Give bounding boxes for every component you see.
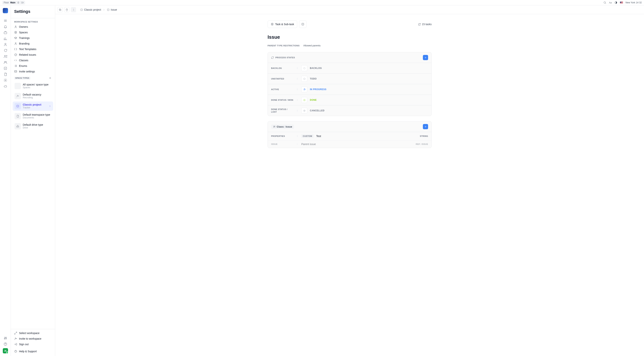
graduation-icon — [14, 36, 17, 39]
svg-point-12 — [5, 338, 6, 338]
drag-handle-icon[interactable] — [296, 135, 299, 137]
add-state-button[interactable] — [423, 55, 428, 60]
spacetype-classic-project[interactable]: Classic project Tracker — [13, 101, 53, 111]
svg-point-45 — [304, 78, 305, 80]
svg-point-81 — [298, 145, 298, 145]
nav-branding[interactable]: Branding — [11, 41, 55, 46]
svg-point-16 — [15, 43, 16, 44]
svg-point-75 — [298, 137, 298, 137]
footer-invite-workspace[interactable]: Invite to workspace — [11, 336, 55, 342]
svg-point-26 — [73, 9, 74, 9]
drag-handle-icon[interactable] — [296, 99, 299, 101]
drag-handle-icon[interactable] — [296, 143, 299, 145]
rail-cloud[interactable] — [4, 84, 7, 88]
drag-handle-icon[interactable] — [296, 77, 299, 80]
floor-switcher[interactable]: Floor Main — [2, 1, 25, 4]
footer-select-workspace[interactable]: Select workspace — [11, 330, 55, 336]
copy-button[interactable] — [58, 7, 63, 12]
nav-invite-settings[interactable]: Invite settings — [11, 69, 55, 74]
state-row-backlog[interactable]: BACKLOG BACKLOG — [268, 63, 432, 73]
task-subtask-button[interactable]: Task & Sub-task — [268, 20, 297, 28]
user-avatar[interactable]: JE — [3, 348, 8, 354]
rail-briefcase[interactable] — [4, 31, 7, 34]
drag-handle-icon[interactable] — [296, 109, 299, 112]
svg-point-51 — [298, 90, 298, 90]
nav-trainings[interactable]: Trainings — [11, 35, 55, 41]
person-icon — [14, 25, 17, 28]
svg-point-33 — [298, 67, 298, 68]
rail-help[interactable] — [4, 342, 7, 346]
breadcrumb-issue[interactable]: Issue — [107, 8, 117, 11]
nav-related-issues[interactable]: Related issues — [11, 52, 55, 57]
svg-point-56 — [298, 100, 298, 100]
drag-handle-icon[interactable] — [296, 88, 299, 91]
rail-profile[interactable] — [4, 43, 7, 46]
state-progress-icon — [303, 88, 306, 91]
svg-point-32 — [297, 67, 297, 68]
document-icon — [16, 115, 19, 118]
svg-point-36 — [297, 69, 297, 69]
contrast-icon[interactable] — [614, 1, 617, 4]
nav-text-templates[interactable]: Text Templates — [11, 46, 55, 52]
app-logo[interactable] — [3, 8, 8, 13]
rail-chat[interactable] — [4, 49, 7, 52]
svg-rect-21 — [16, 126, 19, 127]
state-row-cancelled[interactable]: DONE STATUS / LOST CANCELLED — [268, 105, 432, 116]
breadcrumb-project[interactable]: Classic project — [80, 8, 101, 11]
svg-point-7 — [4, 61, 5, 62]
rail-sliders[interactable] — [4, 336, 7, 340]
rail-analytics[interactable] — [4, 37, 7, 40]
nav-enums[interactable]: Enums — [11, 63, 55, 69]
more-button[interactable] — [71, 7, 76, 12]
nav-classes[interactable]: Classes — [11, 57, 55, 63]
rail-tasks[interactable] — [4, 66, 7, 70]
video-icon[interactable] — [21, 1, 24, 4]
restrictions-label: PARENT TYPE RESTRICTIONS — [268, 44, 300, 47]
svg-point-72 — [297, 136, 297, 136]
chevron-right-icon — [102, 8, 105, 11]
add-space-type-button[interactable] — [49, 77, 52, 79]
font-size-toggle[interactable]: Aa — [609, 1, 612, 4]
state-row-active[interactable]: ACTIVE IN PROGRESS — [268, 84, 432, 95]
footer-help-support[interactable]: Help & Support — [11, 349, 55, 354]
footer-sign-out[interactable]: Sign out — [11, 342, 55, 347]
svg-point-71 — [298, 135, 298, 136]
svg-point-63 — [298, 110, 298, 111]
custom-badge: CUSTOM — [301, 134, 314, 138]
svg-point-47 — [298, 89, 298, 89]
rail-menu[interactable] — [4, 19, 7, 22]
spacetype-default-teamspace[interactable]: Default teamspace type Documents — [13, 112, 53, 121]
spacetype-default-drive[interactable]: Default drive type Drive — [13, 122, 53, 131]
open-tasks-link[interactable]: 15 tasks — [418, 23, 432, 26]
app-rail: JE — [0, 5, 11, 356]
add-property-button[interactable] — [423, 124, 428, 129]
rail-notifications[interactable] — [4, 25, 7, 28]
spacetype-all-spaces[interactable]: All spaces' space type Spaces — [13, 81, 53, 91]
search-icon[interactable] — [603, 1, 606, 4]
issue-type-button[interactable] — [299, 20, 306, 28]
delete-button[interactable] — [64, 7, 69, 12]
class-chip[interactable]: Class: Issue — [271, 125, 294, 129]
checkbox-icon — [16, 105, 19, 108]
mic-icon[interactable] — [17, 1, 20, 4]
state-todo-icon — [303, 77, 306, 80]
layers-icon — [14, 31, 17, 34]
property-row-test[interactable]: PROPERTIES CUSTOM Test STRING — [268, 132, 432, 140]
nav-owners[interactable]: Owners — [11, 24, 55, 30]
svg-point-27 — [73, 9, 74, 10]
rail-team[interactable] — [4, 60, 7, 64]
rail-settings-gear[interactable] — [4, 78, 7, 82]
spacetype-default-vacancy[interactable]: Default vacancy Recruiting — [13, 91, 53, 101]
rail-members[interactable] — [4, 55, 7, 58]
locale-flag-icon[interactable] — [620, 2, 623, 4]
restrictions-value[interactable]: Allowed parents — [303, 44, 321, 47]
nav-spaces[interactable]: Spaces — [11, 30, 55, 35]
state-row-unstarted[interactable]: UNSTARTED TODO — [268, 73, 432, 84]
brackets-icon — [14, 48, 17, 51]
svg-point-6 — [4, 55, 6, 56]
property-row-parent-issue[interactable]: ISSUE Parent issue REF: ISSUE — [268, 140, 432, 148]
state-row-done[interactable]: DONE STATUS / WON DONE — [268, 95, 432, 105]
list-icon — [14, 64, 17, 67]
drag-handle-icon[interactable] — [296, 67, 299, 69]
rail-docs[interactable] — [4, 72, 7, 76]
